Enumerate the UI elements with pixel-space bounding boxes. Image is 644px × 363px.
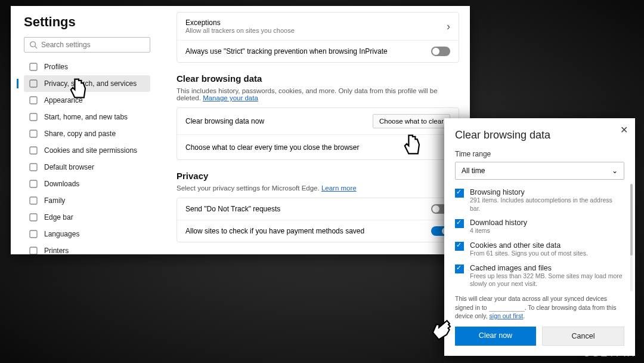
svg-line-1 (35, 47, 38, 49)
checkbox-subtitle: Frees up less than 322 MB. Some sites ma… (470, 272, 624, 288)
family-icon (29, 196, 38, 205)
privacy-desc: Select your privacy settings for Microso… (177, 184, 459, 192)
checkbox[interactable] (455, 189, 464, 198)
clear-now-button[interactable]: Clear now (455, 327, 536, 346)
download-icon (29, 179, 38, 189)
profile-icon (29, 62, 38, 72)
share-icon (29, 129, 38, 139)
sidebar-item-appearance[interactable]: Appearance (24, 92, 150, 109)
cookie-icon (29, 146, 38, 155)
settings-window: Settings ProfilesPrivacy, search, and se… (11, 6, 470, 254)
sidebar-item-label: Privacy, search, and services (44, 79, 137, 88)
svg-rect-9 (30, 180, 37, 187)
strict-tracking-label: Always use "Strict" tracking prevention … (185, 47, 388, 56)
sidebar-item-languages[interactable]: Languages (24, 226, 150, 242)
watermark: UGETFIX (583, 347, 636, 359)
close-icon[interactable]: ✕ (620, 124, 628, 136)
sidebar-item-cookies-and-site-permissions[interactable]: Cookies and site permissions (24, 142, 150, 159)
dnt-label: Send "Do Not Track" requests (185, 205, 280, 213)
sidebar-item-start-home-and-new-tabs[interactable]: Start, home, and new tabs (24, 109, 150, 125)
checkbox-subtitle: 291 items. Includes autocompletions in t… (470, 196, 624, 213)
search-input[interactable] (41, 41, 145, 49)
clear-on-close-row[interactable]: Choose what to clear every time you clos… (177, 135, 459, 159)
checkbox-row-cookies-and-other-site-data[interactable]: Cookies and other site dataFrom 61 sites… (455, 241, 624, 258)
svg-rect-7 (30, 147, 37, 154)
clear-browsing-data-dialog: ✕ Clear browsing data Time range All tim… (444, 118, 635, 356)
sidebar: Settings ProfilesPrivacy, search, and se… (11, 6, 156, 254)
sidebar-item-label: Appearance (44, 96, 83, 104)
start-icon (29, 112, 38, 122)
checkbox[interactable] (455, 219, 464, 228)
clear-data-heading: Clear browsing data (177, 73, 459, 84)
sidebar-item-label: Family (44, 196, 65, 205)
checkbox-subtitle: From 61 sites. Signs you out of most sit… (470, 250, 588, 258)
privacy-heading: Privacy (177, 171, 459, 181)
checkbox-subtitle: 4 items (470, 227, 527, 235)
checkbox-title: Cached images and files (470, 264, 624, 272)
search-input-container[interactable] (24, 37, 150, 53)
sidebar-item-privacy-search-and-services[interactable]: Privacy, search, and services (24, 75, 150, 92)
time-range-select[interactable]: All time ⌄ (455, 162, 624, 180)
svg-rect-12 (30, 230, 37, 238)
sidebar-item-label: Edge bar (44, 213, 73, 222)
sidebar-item-label: Printers (44, 247, 69, 254)
payment-check-label: Allow sites to check if you have payment… (185, 227, 364, 235)
dialog-footer-text: This will clear your data across all you… (455, 294, 624, 321)
dialog-scrollbar[interactable] (630, 184, 633, 291)
sidebar-item-label: Downloads (44, 180, 79, 188)
svg-rect-6 (30, 130, 37, 137)
clear-now-row: Clear browsing data now Choose what to c… (177, 108, 459, 135)
svg-rect-5 (30, 113, 37, 121)
strict-tracking-toggle[interactable] (431, 47, 450, 56)
exceptions-row[interactable]: Exceptions Allow all trackers on sites y… (177, 13, 459, 41)
svg-rect-11 (30, 214, 37, 221)
exceptions-sub: Allow all trackers on sites you choose (185, 27, 295, 34)
time-range-value: All time (462, 167, 485, 175)
sidebar-item-label: Share, copy and paste (44, 130, 116, 138)
checkbox-row-cached-images-and-files[interactable]: Cached images and filesFrees up less tha… (455, 264, 624, 288)
clear-on-close-label: Choose what to clear every time you clos… (185, 143, 359, 152)
svg-rect-3 (30, 80, 37, 87)
manage-your-data-link[interactable]: Manage your data (203, 94, 258, 101)
cancel-button[interactable]: Cancel (542, 327, 624, 346)
dialog-title: Clear browsing data (455, 129, 624, 141)
sign-out-first-link[interactable]: sign out first (490, 312, 524, 319)
sidebar-item-family[interactable]: Family (24, 192, 150, 209)
checkbox[interactable] (455, 264, 464, 273)
main-content: Exceptions Allow all trackers on sites y… (166, 6, 470, 254)
sidebar-item-share-copy-and-paste[interactable]: Share, copy and paste (24, 125, 150, 142)
svg-rect-8 (30, 164, 37, 171)
printer-icon (29, 246, 38, 254)
time-range-label: Time range (455, 150, 624, 158)
sidebar-item-edge-bar[interactable]: Edge bar (24, 209, 150, 226)
svg-rect-13 (30, 247, 37, 254)
svg-rect-2 (30, 63, 37, 70)
svg-rect-10 (30, 197, 37, 204)
choose-what-to-clear-button[interactable]: Choose what to clear (373, 114, 450, 128)
checkbox-row-download-history[interactable]: Download history4 items (455, 219, 624, 235)
edgebar-icon (29, 213, 38, 222)
payment-check-row[interactable]: Allow sites to check if you have payment… (177, 220, 459, 242)
strict-tracking-row[interactable]: Always use "Strict" tracking prevention … (177, 41, 459, 62)
privacy-card: Send "Do Not Track" requests Allow sites… (177, 198, 459, 242)
learn-more-link[interactable]: Learn more (321, 184, 357, 192)
sidebar-item-label: Cookies and site permissions (44, 146, 137, 155)
sidebar-item-printers[interactable]: Printers (24, 242, 150, 254)
checkbox-row-browsing-history[interactable]: Browsing history291 items. Includes auto… (455, 188, 624, 213)
clear-data-card: Clear browsing data now Choose what to c… (177, 107, 459, 160)
browser-icon (29, 162, 38, 172)
sidebar-item-profiles[interactable]: Profiles (24, 59, 150, 75)
sidebar-item-default-browser[interactable]: Default browser (24, 159, 150, 176)
dnt-row[interactable]: Send "Do Not Track" requests (177, 198, 459, 220)
checkbox-title: Cookies and other site data (470, 241, 588, 250)
sidebar-item-label: Default browser (44, 163, 94, 171)
svg-rect-4 (30, 97, 37, 104)
sidebar-item-downloads[interactable]: Downloads (24, 176, 150, 192)
checkbox[interactable] (455, 242, 464, 251)
language-icon (29, 229, 38, 239)
sidebar-item-label: Languages (44, 230, 79, 238)
chevron-down-icon: ⌄ (612, 167, 618, 175)
checkbox-title: Download history (470, 219, 527, 227)
sidebar-item-label: Profiles (44, 63, 68, 71)
svg-point-0 (30, 42, 36, 47)
